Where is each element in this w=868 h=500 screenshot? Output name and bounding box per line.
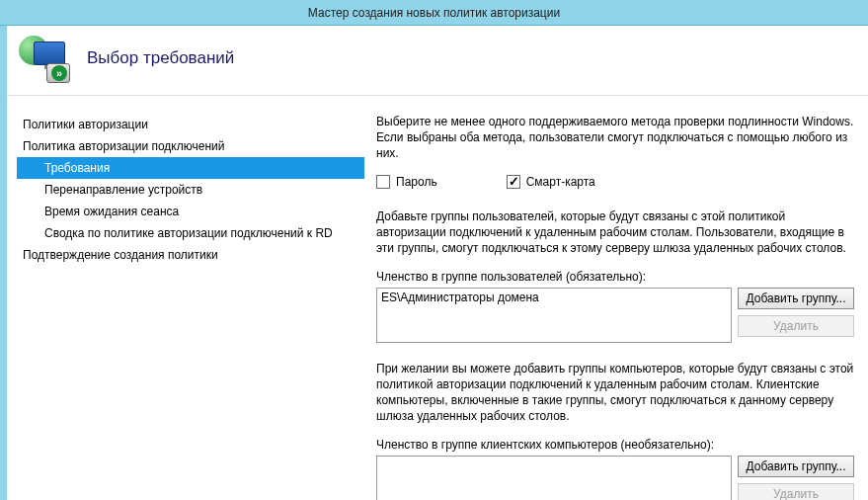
password-checkbox[interactable]: Пароль bbox=[376, 175, 437, 189]
users-button-column: Добавить группу... Удалить bbox=[738, 288, 854, 337]
password-checkbox-box bbox=[376, 175, 390, 189]
auth-instruction: Выберите не менее одного поддерживаемого… bbox=[376, 114, 854, 161]
computers-instruction: При желании вы можете добавить группы ко… bbox=[376, 361, 854, 424]
nav-item-3[interactable]: Перенаправление устройств bbox=[17, 179, 364, 201]
computers-button-column: Добавить группу... Удалить bbox=[738, 456, 854, 500]
wizard-icon bbox=[19, 36, 73, 81]
wizard-nav: Политики авторизацииПолитика авторизации… bbox=[7, 96, 372, 500]
computers-group-row: Добавить группу... Удалить bbox=[376, 456, 854, 500]
users-group-listbox[interactable]: ES\Администраторы домена bbox=[376, 288, 732, 343]
password-checkbox-label: Пароль bbox=[396, 175, 437, 189]
wizard-header: Выбор требований bbox=[7, 26, 868, 96]
page-title: Выбор требований bbox=[87, 48, 234, 68]
smartcard-checkbox-box bbox=[507, 175, 520, 189]
auth-methods-row: Пароль Смарт-карта bbox=[376, 175, 854, 189]
smartcard-checkbox-label: Смарт-карта bbox=[526, 175, 595, 189]
users-add-group-button[interactable]: Добавить группу... bbox=[738, 288, 854, 309]
computers-add-group-button[interactable]: Добавить группу... bbox=[738, 456, 854, 477]
window-titlebar: Мастер создания новых политик авторизаци… bbox=[0, 0, 868, 26]
wizard-main: Выберите не менее одного поддерживаемого… bbox=[372, 96, 868, 500]
computers-group-listbox[interactable] bbox=[376, 456, 732, 500]
nav-item-5[interactable]: Сводка по политике авторизации подключен… bbox=[17, 222, 364, 244]
users-section-label: Членство в группе пользователей (обязате… bbox=[376, 270, 854, 284]
wizard-body: Политики авторизацииПолитика авторизации… bbox=[7, 96, 868, 500]
nav-item-0[interactable]: Политики авторизации bbox=[17, 114, 364, 135]
computers-section-label: Членство в группе клиентских компьютеров… bbox=[376, 438, 854, 452]
nav-item-6[interactable]: Подтверждение создания политики bbox=[17, 244, 364, 266]
users-remove-button: Удалить bbox=[738, 315, 854, 337]
nav-item-4[interactable]: Время ожидания сеанса bbox=[17, 201, 364, 222]
window-left-accent bbox=[0, 26, 7, 500]
nav-item-2[interactable]: Требования bbox=[17, 157, 364, 179]
wizard-content: Выбор требований Политики авторизацииПол… bbox=[7, 26, 868, 500]
nav-item-1[interactable]: Политика авторизации подключений bbox=[17, 135, 364, 157]
users-instruction: Добавьте группы пользователей, которые б… bbox=[376, 208, 854, 256]
smartcard-checkbox[interactable]: Смарт-карта bbox=[507, 175, 595, 189]
computers-remove-button: Удалить bbox=[738, 483, 854, 500]
users-group-row: ES\Администраторы домена Добавить группу… bbox=[376, 288, 854, 343]
window-title: Мастер создания новых политик авторизаци… bbox=[308, 6, 560, 20]
